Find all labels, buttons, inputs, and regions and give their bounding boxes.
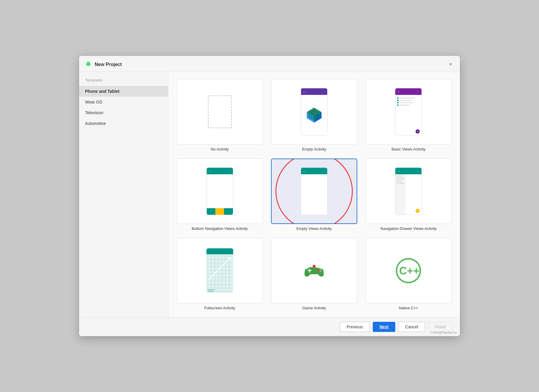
template-card-empty-activity[interactable]: ←	[271, 79, 357, 151]
svg-rect-4	[89, 65, 89, 66]
template-card-game[interactable]: Game Activity	[271, 238, 357, 310]
legend-line-2	[208, 291, 214, 292]
bv-line-3	[397, 102, 420, 104]
nd-fab: +	[416, 209, 420, 213]
template-preview-no-activity	[177, 79, 263, 145]
ev-back: ←	[303, 169, 306, 173]
cpp-icon: C++	[395, 257, 422, 284]
template-preview-basic-views: ← ⋮	[366, 79, 452, 145]
bv-line-4	[397, 104, 420, 106]
sidebar-label: Templates	[79, 78, 168, 86]
chart-line	[208, 255, 232, 292]
template-name-basic-views: Basic Views Activity	[391, 147, 425, 151]
template-preview-fullscreen	[177, 238, 263, 303]
title-bar-left: New Project	[85, 61, 122, 68]
evnav-topbar: ←	[301, 168, 327, 174]
chart-preview	[206, 248, 233, 293]
dot4	[397, 104, 399, 106]
bv-fab: +	[416, 129, 420, 134]
bnav-back: ←	[209, 169, 212, 173]
dot3	[397, 102, 399, 104]
line4	[399, 105, 410, 106]
phone-mockup-empty-activity: ←	[301, 88, 328, 136]
nd-back: ←	[397, 169, 400, 173]
bnav-item-2	[215, 208, 224, 215]
nd-row-3	[396, 180, 402, 181]
svg-rect-18	[309, 269, 310, 273]
watermark: CSDN@Teacher.Hu	[430, 331, 457, 334]
bv-topbar: ← ⋮	[395, 88, 422, 95]
bottom-nav-mockup: ← ⋮	[206, 167, 233, 215]
no-activity-box	[208, 95, 232, 128]
ev-body	[301, 174, 327, 215]
template-card-basic-views[interactable]: ← ⋮	[366, 79, 452, 151]
bv-line-2	[397, 100, 420, 101]
sidebar-item-television[interactable]: Television	[79, 107, 168, 118]
chart-header	[206, 248, 233, 254]
template-preview-bottom-nav: ← ⋮	[177, 159, 263, 224]
legend-line-1	[208, 289, 215, 290]
cancel-button[interactable]: Cancel	[398, 322, 425, 332]
bnav-dots: ⋮	[228, 170, 231, 173]
template-card-fullscreen[interactable]: Fullscreen Activity	[177, 238, 263, 310]
nd-row-1	[396, 175, 402, 177]
bnav-item-3	[224, 208, 233, 215]
bv-lines	[395, 95, 422, 109]
bv-body: +	[395, 95, 422, 135]
template-name-nav-drawer: Navigation Drawer Views Activity	[380, 226, 437, 231]
dot2	[397, 100, 399, 101]
template-name-native-cpp: Native C++	[399, 306, 418, 310]
line1	[399, 98, 414, 98]
template-card-nav-drawer[interactable]: ← ⋮ +	[366, 159, 452, 231]
template-card-native-cpp[interactable]: C++ Native C++	[366, 238, 452, 310]
main-area: No Activity ←	[168, 72, 460, 317]
game-icon-container	[271, 238, 357, 303]
svg-point-0	[87, 62, 90, 63]
template-preview-native-cpp: C++	[366, 238, 452, 303]
basic-views-mockup: ← ⋮	[395, 88, 422, 136]
template-preview-nav-drawer: ← ⋮ +	[366, 159, 452, 224]
line2	[399, 100, 411, 101]
dot1	[397, 97, 399, 99]
android-icon	[85, 61, 92, 68]
svg-text:C++: C++	[399, 265, 419, 277]
template-card-empty-views[interactable]: ← Empty Views Activity	[271, 159, 357, 231]
nd-topbar: ← ⋮	[395, 168, 422, 174]
cube-icon	[305, 106, 323, 124]
svg-point-19	[318, 270, 320, 272]
sidebar-item-phone-tablet[interactable]: Phone and Tablet	[79, 86, 168, 97]
dialog-title: New Project	[95, 62, 122, 67]
nd-row-2	[396, 178, 405, 179]
new-project-dialog: New Project × Templates Phone and Tablet…	[79, 56, 460, 336]
sidebar: Templates Phone and Tablet Wear OS Telev…	[79, 72, 168, 317]
sidebar-item-automotive[interactable]: Automotive	[79, 118, 168, 129]
game-controller-icon	[302, 262, 326, 280]
template-name-empty-views: Empty Views Activity	[297, 226, 332, 231]
close-button[interactable]: ×	[447, 61, 454, 68]
bv-dots: ⋮	[416, 90, 420, 93]
template-preview-empty-activity: ←	[271, 79, 357, 145]
svg-line-15	[209, 258, 230, 279]
template-name-empty-activity: Empty Activity	[302, 147, 326, 151]
next-button[interactable]: Next	[373, 322, 395, 332]
phone-body-empty	[301, 95, 327, 135]
template-name-no-activity: No Activity	[211, 147, 229, 151]
svg-point-16	[229, 257, 231, 260]
svg-point-20	[320, 270, 322, 272]
svg-line-1	[87, 61, 87, 62]
template-name-fullscreen: Fullscreen Activity	[204, 306, 235, 310]
template-preview-empty-views: ←	[271, 159, 357, 224]
nav-drawer-mockup: ← ⋮ +	[395, 167, 422, 215]
chart-body	[206, 254, 233, 293]
template-card-bottom-nav[interactable]: ← ⋮ Bottom Navigation Views Activity	[177, 159, 263, 231]
nd-sidebar	[395, 174, 405, 215]
bnav-item-1	[207, 208, 215, 215]
bv-line-1	[397, 97, 420, 99]
templates-grid: No Activity ←	[177, 79, 452, 310]
template-name-game: Game Activity	[302, 306, 326, 310]
empty-activity-icon-container	[301, 95, 327, 135]
title-bar: New Project ×	[79, 56, 460, 72]
previous-button[interactable]: Previous	[340, 322, 369, 332]
sidebar-item-wear-os[interactable]: Wear OS	[79, 97, 168, 107]
template-card-no-activity[interactable]: No Activity	[177, 79, 263, 151]
